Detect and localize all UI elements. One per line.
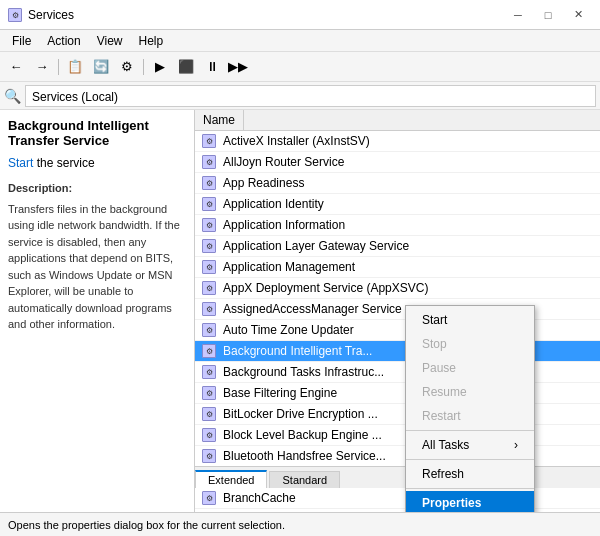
play-button[interactable]: ▶ [148, 56, 172, 78]
window-title: Services [28, 8, 74, 22]
list-header: Name [195, 110, 600, 131]
ctx-stop: Stop [406, 332, 534, 356]
service-description: Description: Transfers files in the back… [8, 180, 186, 333]
ctx-separator-1 [406, 430, 534, 431]
service-name: ActiveX Installer (AxInstSV) [219, 134, 600, 148]
address-icon: 🔍 [4, 88, 21, 104]
list-item[interactable]: ⚙ Capability Access Manager... [195, 509, 600, 512]
service-name: App Readiness [219, 176, 600, 190]
back-button[interactable]: ← [4, 56, 28, 78]
ctx-refresh[interactable]: Refresh [406, 462, 534, 486]
list-item[interactable]: ⚙ Block Level Backup Engine ... [195, 425, 600, 446]
service-icon: ⚙ [199, 259, 219, 275]
service-name: Application Management [219, 260, 600, 274]
service-icon: ⚙ [199, 217, 219, 233]
stop-button[interactable]: ⬛ [174, 56, 198, 78]
list-item[interactable]: ⚙ Auto Time Zone Updater [195, 320, 600, 341]
start-link[interactable]: Start [8, 156, 33, 170]
ctx-start[interactable]: Start [406, 308, 534, 332]
description-title: Description: [8, 180, 186, 197]
start-link-container: Start the service [8, 156, 186, 170]
service-icon: ⚙ [199, 364, 219, 380]
toolbar-btn-1[interactable]: 📋 [63, 56, 87, 78]
tab-bar: Extended Standard [195, 466, 600, 488]
ctx-pause: Pause [406, 356, 534, 380]
list-item[interactable]: ⚙ Application Layer Gateway Service [195, 236, 600, 257]
services-list[interactable]: Name ⚙ ActiveX Installer (AxInstSV) ⚙ Al… [195, 110, 600, 512]
service-icon: ⚙ [199, 490, 219, 506]
maximize-button[interactable]: □ [534, 5, 562, 25]
ctx-separator-2 [406, 459, 534, 460]
toolbar-separator-2 [143, 59, 144, 75]
toolbar-separator-1 [58, 59, 59, 75]
column-name[interactable]: Name [195, 110, 244, 130]
ctx-properties[interactable]: Properties [406, 491, 534, 512]
tab-standard[interactable]: Standard [269, 471, 340, 488]
left-panel: Background Intelligent Transfer Service … [0, 110, 195, 512]
toolbar-btn-2[interactable]: 🔄 [89, 56, 113, 78]
forward-button[interactable]: → [30, 56, 54, 78]
list-item[interactable]: ⚙ Application Identity [195, 194, 600, 215]
list-item[interactable]: ⚙ Bluetooth Handsfree Service... [195, 446, 600, 467]
service-icon: ⚙ [199, 385, 219, 401]
service-icon: ⚙ [199, 280, 219, 296]
service-title: Background Intelligent Transfer Service [8, 118, 186, 148]
list-item[interactable]: ⚙ Application Management [195, 257, 600, 278]
list-item[interactable]: ⚙ Application Information [195, 215, 600, 236]
service-icon: ⚙ [199, 196, 219, 212]
list-item[interactable]: ⚙ AppX Deployment Service (AppXSVC) [195, 278, 600, 299]
service-icon: ⚙ [199, 301, 219, 317]
service-icon: ⚙ [199, 175, 219, 191]
minimize-button[interactable]: ─ [504, 5, 532, 25]
service-icon: ⚙ [199, 133, 219, 149]
address-label: Services (Local) [25, 85, 596, 107]
description-text: Transfers files in the background using … [8, 203, 180, 331]
context-menu: Start Stop Pause Resume Restart All Task… [405, 305, 535, 512]
ctx-separator-3 [406, 488, 534, 489]
submenu-arrow: › [514, 438, 518, 452]
ctx-all-tasks[interactable]: All Tasks › [406, 433, 534, 457]
service-icon: ⚙ [199, 343, 219, 359]
address-bar: 🔍 Services (Local) [0, 82, 600, 110]
list-item[interactable]: ⚙ Background Tasks Infrastruc... [195, 362, 600, 383]
close-button[interactable]: ✕ [564, 5, 592, 25]
title-bar-left: ⚙ Services [8, 8, 74, 22]
list-item[interactable]: ⚙ BranchCache [195, 488, 600, 509]
service-icon: ⚙ [199, 511, 219, 512]
list-item[interactable]: ⚙ AllJoyn Router Service [195, 152, 600, 173]
tab-extended[interactable]: Extended [195, 470, 267, 488]
list-item[interactable]: ⚙ BitLocker Drive Encryption ... [195, 404, 600, 425]
menu-action[interactable]: Action [39, 32, 88, 50]
ctx-resume: Resume [406, 380, 534, 404]
list-item-selected[interactable]: ⚙ Background Intelligent Tra... [195, 341, 600, 362]
menu-view[interactable]: View [89, 32, 131, 50]
service-name: Application Layer Gateway Service [219, 239, 600, 253]
title-controls: ─ □ ✕ [504, 5, 592, 25]
list-item[interactable]: ⚙ App Readiness [195, 173, 600, 194]
toolbar-btn-3[interactable]: ⚙ [115, 56, 139, 78]
ctx-restart: Restart [406, 404, 534, 428]
right-panel: Name ⚙ ActiveX Installer (AxInstSV) ⚙ Al… [195, 110, 600, 512]
pause-button[interactable]: ⏸ [200, 56, 224, 78]
service-name: AllJoyn Router Service [219, 155, 600, 169]
app-icon: ⚙ [8, 8, 22, 22]
start-link-text: the service [37, 156, 95, 170]
title-bar: ⚙ Services ─ □ ✕ [0, 0, 600, 30]
menu-file[interactable]: File [4, 32, 39, 50]
list-item[interactable]: ⚙ Base Filtering Engine [195, 383, 600, 404]
service-icon: ⚙ [199, 322, 219, 338]
service-icon: ⚙ [199, 154, 219, 170]
service-icon: ⚙ [199, 448, 219, 464]
status-text: Opens the properties dialog box for the … [8, 519, 285, 531]
main-area: Background Intelligent Transfer Service … [0, 110, 600, 512]
service-name: AppX Deployment Service (AppXSVC) [219, 281, 600, 295]
service-name: Application Information [219, 218, 600, 232]
menu-help[interactable]: Help [131, 32, 172, 50]
service-name: Application Identity [219, 197, 600, 211]
menu-bar: File Action View Help [0, 30, 600, 52]
service-icon: ⚙ [199, 406, 219, 422]
list-item[interactable]: ⚙ AssignedAccessManager Service [195, 299, 600, 320]
list-item[interactable]: ⚙ ActiveX Installer (AxInstSV) [195, 131, 600, 152]
toolbar: ← → 📋 🔄 ⚙ ▶ ⬛ ⏸ ▶▶ [0, 52, 600, 82]
restart-button[interactable]: ▶▶ [226, 56, 250, 78]
